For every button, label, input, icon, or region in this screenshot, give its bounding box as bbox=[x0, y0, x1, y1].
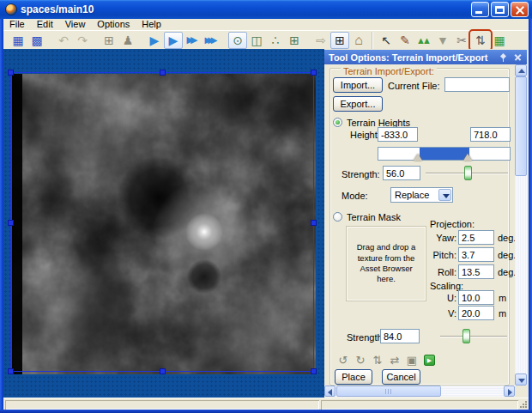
selection-handle-ne[interactable] bbox=[311, 70, 317, 76]
yaw-field[interactable] bbox=[458, 230, 494, 245]
vertical-scroll-thumb[interactable] bbox=[515, 76, 527, 176]
resize-grip[interactable] bbox=[519, 400, 528, 409]
maximize-icon bbox=[495, 6, 505, 14]
pitch-field[interactable] bbox=[458, 247, 494, 262]
selection-handle-n[interactable] bbox=[160, 70, 166, 76]
selection-handle-sw[interactable] bbox=[8, 368, 14, 374]
height-range-thumb-min[interactable] bbox=[414, 154, 422, 161]
panel-vertical-scrollbar[interactable] bbox=[515, 64, 527, 386]
current-file-field[interactable] bbox=[444, 77, 510, 92]
run-fastest-icon[interactable]: ▶▶▶ bbox=[202, 32, 221, 49]
horizontal-scroll-thumb[interactable] bbox=[336, 386, 441, 397]
scroll-up-icon[interactable] bbox=[515, 64, 527, 76]
statusbar bbox=[3, 398, 529, 410]
save-all-icon[interactable]: ▩ bbox=[27, 32, 46, 49]
height-range-slider[interactable] bbox=[378, 147, 511, 161]
maximize-button[interactable] bbox=[491, 2, 509, 17]
chevron-down-icon[interactable] bbox=[438, 189, 451, 201]
panel-title: Tool Options: Terrain Import/Export bbox=[329, 52, 499, 63]
view-mode-icon[interactable]: ⊙ bbox=[228, 32, 247, 49]
tool-options-panel: Tool Options: Terrain Import/Export Terr… bbox=[324, 49, 527, 398]
roll-field[interactable] bbox=[458, 264, 494, 279]
wireframe-icon[interactable]: ⊞ bbox=[330, 32, 349, 49]
height-max-field[interactable] bbox=[470, 127, 511, 142]
selection-handle-nw[interactable] bbox=[8, 70, 14, 76]
height-min-field[interactable] bbox=[378, 127, 418, 142]
rotate-cw-icon[interactable]: ↻ bbox=[354, 354, 367, 367]
mode-dropdown[interactable]: Replace bbox=[390, 187, 453, 203]
close-button[interactable] bbox=[511, 2, 529, 17]
scroll-down-icon[interactable] bbox=[515, 374, 527, 386]
menu-file[interactable]: File bbox=[3, 19, 31, 30]
u-unit: m bbox=[499, 293, 506, 303]
terrain-heights-radio[interactable] bbox=[333, 118, 342, 127]
window-titlebar[interactable]: spaces/main10 bbox=[0, 0, 532, 19]
flip-horizontal-icon[interactable]: ⇄ bbox=[388, 354, 402, 367]
mirror-icon[interactable]: ▣ bbox=[405, 354, 419, 367]
mask-strength-field[interactable] bbox=[380, 329, 420, 343]
mask-strength-label: Strength: bbox=[347, 332, 385, 343]
strength-slider-thumb[interactable] bbox=[464, 166, 472, 180]
filter-funnel-icon[interactable]: ▼ bbox=[433, 32, 452, 49]
minimize-icon bbox=[475, 11, 482, 14]
flip-vertical-icon[interactable]: ⇅ bbox=[371, 354, 384, 367]
menu-edit[interactable]: Edit bbox=[31, 19, 59, 30]
terrain-mountain-icon[interactable]: ▲▲ bbox=[414, 32, 433, 49]
run-fast-icon[interactable]: ▶▶ bbox=[183, 32, 202, 49]
height-range-thumb-max[interactable] bbox=[463, 154, 472, 161]
export-page-icon[interactable]: ⇨ bbox=[311, 32, 330, 49]
u-label: U: bbox=[427, 293, 456, 303]
minimize-button[interactable] bbox=[471, 2, 489, 17]
run-icon[interactable]: ▶ bbox=[145, 32, 164, 49]
panel-horizontal-scrollbar[interactable] bbox=[324, 386, 515, 397]
redo-icon[interactable]: ↷ bbox=[73, 32, 92, 49]
projection-label: Projection: bbox=[430, 219, 475, 229]
strength-field[interactable] bbox=[383, 166, 420, 180]
menu-help[interactable]: Help bbox=[136, 19, 167, 30]
u-field[interactable] bbox=[458, 290, 494, 305]
scroll-left-icon[interactable] bbox=[324, 386, 336, 397]
pitch-label: Pitch: bbox=[427, 250, 456, 260]
selection-rectangle[interactable] bbox=[10, 72, 314, 372]
rotate-ccw-icon[interactable]: ↺ bbox=[336, 354, 350, 367]
height-range-fill bbox=[420, 148, 469, 160]
place-button[interactable]: Place bbox=[335, 369, 372, 385]
texture-drop-zone[interactable]: Drag and drop a texture from the Asset B… bbox=[346, 226, 426, 301]
paintbrush-icon[interactable]: ✎ bbox=[396, 32, 414, 49]
terrain-import-export-icon[interactable]: ⇅ bbox=[471, 32, 490, 49]
select-cursor-icon[interactable]: ↖ bbox=[377, 32, 396, 49]
cut-scissors-icon[interactable]: ✂ bbox=[452, 32, 471, 49]
selection-handle-e[interactable] bbox=[311, 220, 317, 226]
menu-view[interactable]: View bbox=[59, 19, 92, 30]
undo-icon[interactable]: ↶ bbox=[54, 32, 73, 49]
terrain-mask-radio[interactable] bbox=[333, 212, 342, 222]
apply-icon[interactable]: ▶ bbox=[424, 355, 435, 366]
yaw-label: Yaw: bbox=[427, 233, 456, 243]
selection-handle-se[interactable] bbox=[311, 368, 317, 374]
menu-options[interactable]: Options bbox=[91, 19, 136, 30]
snap-grid-icon[interactable]: ⊞ bbox=[100, 32, 118, 49]
save-icon[interactable]: ▦ bbox=[9, 32, 27, 49]
mask-strength-slider-track[interactable] bbox=[440, 336, 507, 337]
v-unit: m bbox=[499, 308, 506, 319]
cancel-button[interactable]: Cancel bbox=[382, 369, 420, 385]
export-button[interactable]: Export... bbox=[333, 96, 383, 112]
import-button[interactable]: Import... bbox=[333, 77, 383, 93]
home-icon[interactable]: ⌂ bbox=[349, 32, 368, 49]
panel-close-icon[interactable] bbox=[513, 52, 523, 62]
terrain-texture-icon[interactable]: ▦ bbox=[490, 32, 509, 49]
view-grid-icon[interactable]: ⊞ bbox=[285, 32, 304, 49]
view-points-icon[interactable]: ∴ bbox=[266, 32, 285, 49]
v-field[interactable] bbox=[458, 306, 494, 320]
scroll-right-icon[interactable] bbox=[504, 386, 515, 397]
viewport-canvas[interactable] bbox=[3, 49, 324, 398]
roll-label: Roll: bbox=[427, 267, 456, 277]
panel-titlebar[interactable]: Tool Options: Terrain Import/Export bbox=[324, 50, 527, 64]
run-step-icon[interactable]: ▶ bbox=[164, 32, 183, 49]
pin-icon[interactable] bbox=[499, 53, 508, 62]
view-page-icon[interactable]: ◫ bbox=[247, 32, 266, 49]
selection-handle-s[interactable] bbox=[160, 368, 166, 374]
avatar-walk-icon[interactable]: ♟ bbox=[118, 32, 137, 49]
selection-handle-w[interactable] bbox=[8, 220, 14, 226]
mask-strength-slider-thumb[interactable] bbox=[462, 329, 470, 343]
